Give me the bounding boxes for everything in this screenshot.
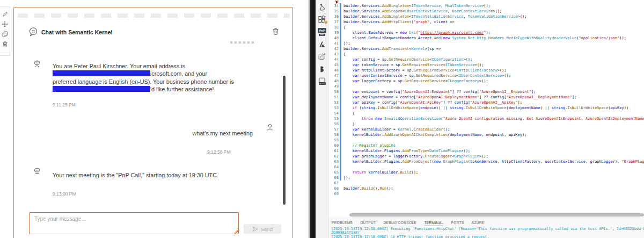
message-line: preferred language is English (en-US). Y…	[53, 78, 267, 85]
line-number: 56	[329, 121, 339, 127]
code-line: 56 }	[329, 121, 644, 127]
code-line: 58 kernelBuilder.AddAzureOpenAIChatCompl…	[329, 132, 644, 138]
terminal-output[interactable]: [2025-10-14T19:12:58.694Z] Executing 'Fu…	[331, 227, 644, 238]
code-line: 62 var graphLogger = loggerFactory.Creat…	[329, 154, 644, 159]
paper-plane-icon	[252, 226, 258, 232]
trash-icon[interactable]	[2, 41, 8, 47]
code-lines: 3334builder.Services.AddSingleton<IToken…	[329, 0, 644, 197]
chat-widget: Chat with Semantic Kernel You are Peter …	[13, 8, 293, 238]
message-line: 'd like further assistance!	[53, 85, 267, 93]
code-line: 42builder.Services.AddTransient<Kernel>(…	[329, 46, 644, 52]
message-line: You are Peter Paul Kirschner. Your email…	[53, 62, 267, 70]
bot-message: Your next meeting is the "PnP Call," sta…	[53, 171, 273, 179]
line-number: 60	[329, 143, 339, 148]
code-line: 36builder.Services.AddSingleton<ITokenVa…	[329, 14, 644, 19]
code-line: 68builder.Build().Run();	[329, 186, 644, 191]
line-number: 66	[329, 175, 339, 181]
window-edge	[310, 0, 316, 238]
panel-tab-terminal[interactable]: TERMINAL	[424, 221, 443, 226]
code-line: 69	[329, 191, 644, 197]
code-line: 40 client.DefaultRequestHeaders.Accept.A…	[329, 35, 644, 41]
line-number: 49	[329, 84, 339, 89]
panel-tab-azure[interactable]: AZURE	[472, 221, 485, 226]
line-number: 39	[329, 30, 339, 35]
code-line: 41});	[329, 41, 644, 46]
chat-scrollbar-thumb[interactable]	[283, 76, 286, 205]
bot-avatar-icon	[33, 60, 41, 67]
panel-tab-debug-console[interactable]: DEBUG CONSOLE	[383, 221, 416, 226]
terminal-line: [2025-10-14T19:12:58.694Z] Executing 'Fu…	[331, 227, 644, 231]
code-line: 39 client.BaseAddress = new Uri("https:/…	[329, 30, 644, 35]
message-timestamp: 9:12:58 PM	[207, 149, 230, 155]
editor-horizontal-scrollbar[interactable]	[349, 213, 644, 217]
clipped-previous-timestamp	[230, 41, 254, 44]
azure-icon[interactable]	[318, 40, 327, 48]
extensions-badge	[324, 20, 328, 24]
terminal-line: [2025-10-14T19:12:58.696Z] C# HTTP trigg…	[331, 235, 644, 238]
pnp-spfx-icon[interactable]: PnP SPFx	[318, 27, 327, 36]
panel-tabs: PROBLEMSOUTPUTDEBUG CONSOLETERMINALPORTS…	[332, 221, 485, 226]
panel-tab-output[interactable]: OUTPUT	[360, 221, 376, 226]
panel-tab-problems[interactable]: PROBLEMS	[332, 221, 353, 226]
panel-tab-ports[interactable]: PORTS	[451, 221, 464, 226]
line-number: 37	[329, 19, 339, 25]
edit-icon[interactable]	[2, 11, 8, 17]
code-editor[interactable]: 3334builder.Services.AddSingleton<IToken…	[329, 0, 644, 213]
line-number: 43	[329, 52, 339, 57]
code-line: 52 var apiKey = config["AzureOpenAI:ApiK…	[329, 100, 644, 105]
line-number: 68	[329, 186, 339, 191]
line-number: 57	[329, 127, 339, 132]
toolkit-icon[interactable]	[318, 52, 327, 61]
activity-bar: PnP SPFx M365	[316, 0, 329, 238]
line-number: 36	[329, 14, 339, 19]
line-number: 64	[329, 164, 339, 170]
pnp-sublabel: SPFx	[319, 34, 325, 36]
beaker-icon[interactable]	[318, 3, 327, 11]
bot-avatar-icon	[33, 167, 41, 175]
code-line: 37builder.Services.AddHttpClient("graph"…	[329, 19, 644, 25]
message-input[interactable]	[29, 212, 239, 234]
user-message: what's my next meeting	[193, 129, 253, 137]
code-line: 44 var config = sp.GetRequiredService<IC…	[329, 57, 644, 62]
code-line: 53 if (string.IsNullOrWhiteSpace(endpoin…	[329, 105, 644, 111]
extensions-icon[interactable]	[318, 15, 327, 24]
bottom-panel: PROBLEMSOUTPUTDEBUG CONSOLETERMINALPORTS…	[329, 217, 644, 238]
widget-toolbar	[0, 6, 10, 56]
send-button[interactable]: Send	[244, 224, 281, 234]
code-line: 46 var httpClientFactory = sp.GetRequire…	[329, 68, 644, 73]
line-number: 34	[329, 3, 339, 9]
redaction-block	[53, 70, 150, 76]
code-line: 49	[329, 84, 644, 89]
line-number: 41	[329, 41, 339, 46]
line-number: 69	[329, 191, 339, 197]
code-line: 50 var endpoint = config["AzureOpenAI:En…	[329, 89, 644, 95]
code-line: 55 throw new InvalidOperationException("…	[329, 116, 644, 121]
move-icon[interactable]	[2, 21, 8, 27]
chat-clear-trash-icon[interactable]	[272, 27, 279, 35]
git-modified-bar	[340, 3, 341, 181]
code-line: 54 {	[329, 111, 644, 116]
send-label: Send	[261, 226, 273, 232]
duplicate-icon[interactable]	[2, 31, 8, 37]
code-line: 47 var userContextService = sp.GetRequir…	[329, 73, 644, 78]
skeleton-row	[18, 13, 290, 18]
bot-message: You are Peter Paul Kirschner. Your email…	[53, 62, 267, 93]
line-number: 38	[329, 25, 339, 30]
line-number: 52	[329, 100, 339, 105]
pnp-label: PnP	[318, 28, 326, 33]
code-line: 35builder.Services.AddScoped<IUserContex…	[329, 9, 644, 14]
code-line: 45 var tokenService = sp.GetRequiredServ…	[329, 62, 644, 68]
m365-icon[interactable]: M365	[318, 77, 327, 85]
redaction-block	[53, 86, 150, 92]
line-number: 47	[329, 73, 339, 78]
line-number: 62	[329, 154, 339, 159]
code-line: 63 kernelBuilder.Plugins.AddFromObject(n…	[329, 159, 644, 164]
code-line: 64	[329, 164, 644, 170]
line-number: 45	[329, 62, 339, 68]
bicep-icon[interactable]	[318, 64, 327, 73]
code-line: 34builder.Services.AddSingleton<ITokenSe…	[329, 3, 644, 9]
m365-label: M365	[319, 82, 326, 85]
line-number: 40	[329, 35, 339, 41]
code-line: 38{	[329, 25, 644, 30]
code-line: 66});	[329, 175, 644, 181]
